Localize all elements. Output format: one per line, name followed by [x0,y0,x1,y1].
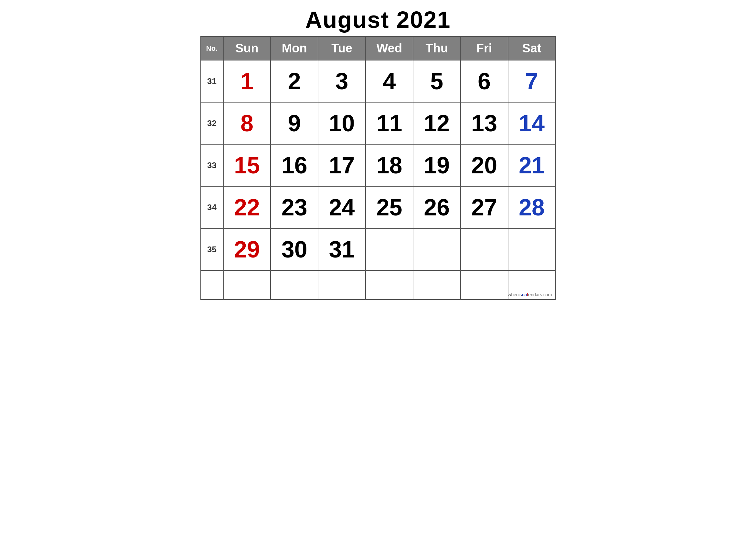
day-cell: 29 [223,228,271,270]
week-row: 32891011121314 [201,102,555,144]
day-cell: 7 [508,60,555,102]
header-thu: Thu [413,37,461,60]
day-cell: 16 [271,144,318,186]
footer-cell [413,270,461,299]
day-cell: 21 [508,144,555,186]
day-cell: 6 [461,60,508,102]
footer-cell [223,270,271,299]
week-number: 34 [201,186,223,228]
header-sun: Sun [223,37,271,60]
footer-cell [318,270,365,299]
day-cell: 23 [271,186,318,228]
day-cell: 8 [223,102,271,144]
footer-row: wheniscalendars.com [201,270,555,299]
day-cell: 4 [365,60,413,102]
day-cell: 10 [318,102,365,144]
day-cell: 20 [461,144,508,186]
day-cell: 27 [461,186,508,228]
header-sat: Sat [508,37,555,60]
header-tue: Tue [318,37,365,60]
footer-cell [461,270,508,299]
day-cell: 18 [365,144,413,186]
day-cell: 15 [223,144,271,186]
day-cell: 9 [271,102,318,144]
week-row: 3422232425262728 [201,186,555,228]
day-cell [461,228,508,270]
header-wed: Wed [365,37,413,60]
day-cell: 1 [223,60,271,102]
day-cell: 3 [318,60,365,102]
day-cell: 5 [413,60,461,102]
day-cell: 24 [318,186,365,228]
header-mon: Mon [271,37,318,60]
day-cell: 11 [365,102,413,144]
footer-cell [271,270,318,299]
header-fri: Fri [461,37,508,60]
day-cell: 19 [413,144,461,186]
week-number: 31 [201,60,223,102]
day-cell: 28 [508,186,555,228]
week-row: 35293031 [201,228,555,270]
day-cell: 26 [413,186,461,228]
week-row: 3315161718192021 [201,144,555,186]
day-cell [508,228,555,270]
footer-cell: wheniscalendars.com [508,270,555,299]
footer-cell [365,270,413,299]
header-row: No. Sun Mon Tue Wed Thu Fri Sat [201,37,555,60]
day-cell: 17 [318,144,365,186]
calendar-wrapper: August 2021 No. Sun Mon Tue Wed Thu Fri … [201,7,556,300]
day-cell: 12 [413,102,461,144]
day-cell: 13 [461,102,508,144]
day-cell: 30 [271,228,318,270]
week-number: 33 [201,144,223,186]
day-cell: 14 [508,102,555,144]
header-no: No. [201,37,223,60]
day-cell: 22 [223,186,271,228]
day-cell [365,228,413,270]
footer-cell [201,270,223,299]
day-cell: 2 [271,60,318,102]
week-number: 32 [201,102,223,144]
calendar-table: No. Sun Mon Tue Wed Thu Fri Sat 31123456… [201,36,556,300]
calendar-title: August 2021 [201,7,556,33]
day-cell: 25 [365,186,413,228]
week-row: 311234567 [201,60,555,102]
week-number: 35 [201,228,223,270]
day-cell [413,228,461,270]
day-cell: 31 [318,228,365,270]
watermark: wheniscalendars.com [508,292,552,297]
